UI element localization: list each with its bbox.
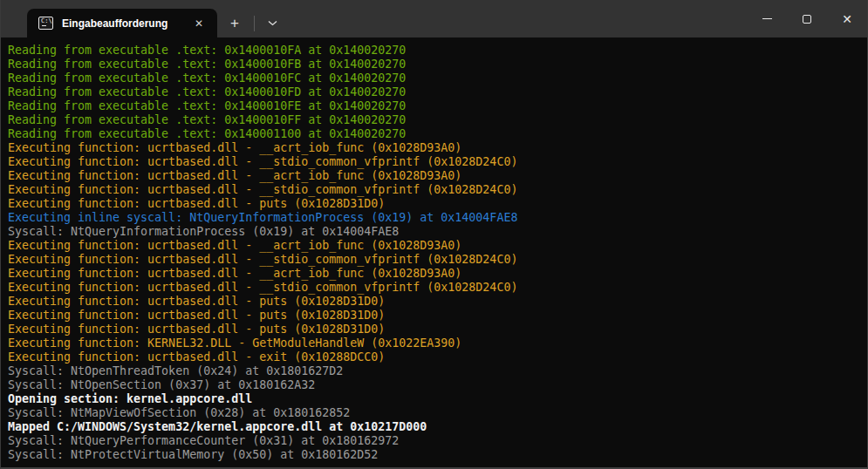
console-line: Syscall: NtOpenThreadToken (0x24) at 0x1…	[8, 364, 860, 378]
console-line: Syscall: NtOpenSection (0x37) at 0x18016…	[8, 378, 860, 392]
console-line: Executing inline syscall: NtQueryInforma…	[8, 211, 860, 225]
tab-dropdown-button[interactable]	[260, 12, 284, 35]
console-line: Syscall: NtMapViewOfSection (0x28) at 0x…	[8, 406, 860, 420]
close-icon: ✕	[842, 13, 852, 25]
console-line: Executing function: ucrtbased.dll - __ac…	[8, 267, 860, 281]
console-output[interactable]: Reading from executable .text: 0x1400010…	[1, 37, 867, 467]
cmd-icon	[38, 17, 53, 30]
titlebar: Eingabeaufforderung ✕ + ✕	[1, 0, 867, 37]
maximize-button[interactable]	[787, 0, 827, 37]
close-button[interactable]: ✕	[827, 0, 867, 37]
console-line: Executing function: ucrtbased.dll - exit…	[8, 350, 860, 364]
tab-title: Eingabeaufforderung	[62, 17, 189, 30]
console-line: Syscall: NtProtectVirtualMemory (0x50) a…	[8, 448, 860, 462]
console-line: Executing function: KERNEL32.DLL - GetMo…	[8, 336, 860, 350]
console-line: Reading from executable .text: 0x1400010…	[8, 99, 860, 113]
tab-eingabeaufforderung[interactable]: Eingabeaufforderung ✕	[27, 9, 217, 37]
console-line: Executing function: ucrtbased.dll - puts…	[8, 323, 860, 336]
console-line: Opening section: kernel.appcore.dll	[8, 392, 860, 406]
console-line: Reading from executable .text: 0x1400011…	[8, 127, 860, 141]
console-line: Executing function: ucrtbased.dll - __st…	[8, 253, 860, 267]
terminal-window: Eingabeaufforderung ✕ + ✕ Reading fr	[0, 0, 868, 469]
console-line: Executing function: ucrtbased.dll - puts…	[8, 309, 860, 323]
chevron-down-icon	[268, 20, 277, 26]
console-line: Mapped C:/WINDOWS/System32/kernel.appcor…	[8, 420, 860, 434]
console-line: Reading from executable .text: 0x1400010…	[8, 58, 860, 71]
console-line: Syscall: NtQueryPerformanceCounter (0x31…	[8, 434, 860, 448]
console-line: Executing function: ucrtbased.dll - __ac…	[8, 169, 860, 183]
console-line: Reading from executable .text: 0x1400010…	[8, 71, 860, 85]
console-line: Reading from executable .text: 0x1400010…	[8, 113, 860, 127]
minimize-button[interactable]	[747, 0, 787, 37]
tab-close-icon[interactable]: ✕	[189, 14, 208, 33]
minimize-icon	[762, 18, 772, 19]
console-line: Executing function: ucrtbased.dll - __ac…	[8, 239, 860, 253]
new-tab-button[interactable]: +	[221, 12, 249, 35]
maximize-icon	[803, 15, 811, 24]
tabbar-separator	[254, 16, 255, 31]
console-line: Executing function: ucrtbased.dll - __st…	[8, 155, 860, 169]
console-line: Executing function: ucrtbased.dll - __ac…	[8, 141, 860, 155]
console-line: Executing function: ucrtbased.dll - puts…	[8, 295, 860, 309]
console-line: Executing function: ucrtbased.dll - __st…	[8, 183, 860, 197]
console-line: Reading from executable .text: 0x1400010…	[8, 44, 860, 58]
console-line: Reading from executable .text: 0x1400010…	[8, 85, 860, 99]
window-controls: ✕	[747, 0, 867, 37]
console-line: Executing function: ucrtbased.dll - __st…	[8, 281, 860, 295]
console-line: Executing function: ucrtbased.dll - puts…	[8, 197, 860, 211]
tabbar-actions: +	[221, 9, 284, 37]
console-line: Syscall: NtQueryInformationProcess (0x19…	[8, 225, 860, 239]
